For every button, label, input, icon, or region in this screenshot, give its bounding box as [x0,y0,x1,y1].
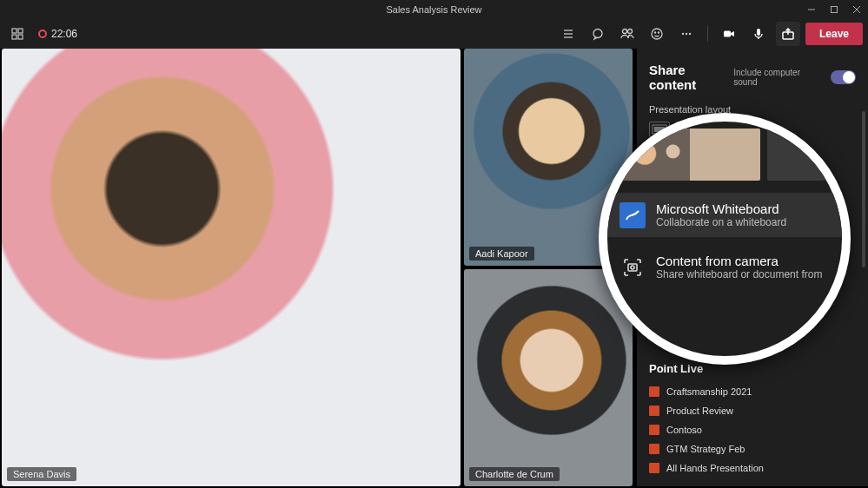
svg-point-11 [593,30,602,38]
svg-rect-21 [757,29,760,36]
whiteboard-icon [620,202,646,228]
meeting-toolbar: 22:06 Leave [0,19,868,49]
camera-content-icon [620,254,646,280]
option-subtitle: Share whiteboard or document from [656,268,822,280]
powerpoint-icon [649,386,659,397]
include-sound-toggle[interactable] [831,70,856,84]
svg-point-18 [686,33,687,35]
file-row[interactable]: Contoso [649,420,856,439]
svg-rect-6 [12,35,17,39]
participant-name: Charlotte de Crum [469,467,560,481]
divider [707,26,708,42]
svg-point-14 [652,29,662,39]
svg-rect-20 [724,31,731,37]
participant-name: Serena Davis [7,467,76,481]
magnifier-overlay: Microsoft Whiteboard Collaborate on a wh… [599,113,851,365]
svg-rect-1 [832,7,838,13]
minimize-button[interactable] [800,0,823,19]
include-sound-label: Include computer sound [733,68,824,87]
option-title: Microsoft Whiteboard [656,201,786,216]
title-bar: Sales Analysis Review [0,0,868,19]
svg-point-17 [682,33,684,35]
share-option-camera[interactable]: Content from camera Share whiteboard or … [607,245,842,289]
svg-rect-7 [18,35,23,39]
svg-point-12 [622,30,626,34]
chat-list-icon[interactable] [556,22,580,46]
more-icon[interactable] [674,22,699,46]
participant-name: Aadi Kapoor [469,247,534,260]
option-title: Content from camera [656,254,822,268]
file-row[interactable]: Product Review [649,401,856,420]
video-tile-main[interactable]: Serena Davis [2,49,461,486]
window-controls [800,0,868,19]
file-row[interactable]: All Hands Presentation [649,458,856,478]
powerpoint-icon [649,444,659,454]
video-tile-secondary[interactable]: Charlotte de Crum [464,269,633,486]
svg-point-19 [689,33,691,35]
layout-section-label: Presentation layout [649,104,856,115]
powerpoint-icon [649,463,659,473]
svg-rect-4 [12,29,17,33]
people-icon[interactable] [615,22,639,46]
svg-point-16 [658,32,659,33]
maximize-button[interactable] [823,0,845,19]
file-row[interactable]: GTM Strategy Feb [649,439,856,458]
chat-icon[interactable] [586,22,610,46]
panel-scrollbar[interactable] [862,111,865,267]
recording-time: 22:06 [51,28,77,40]
section-title: Point Live [649,362,856,375]
share-option-whiteboard[interactable]: Microsoft Whiteboard Collaborate on a wh… [607,193,842,237]
share-button[interactable] [776,22,800,46]
camera-icon[interactable] [717,22,741,46]
mic-icon[interactable] [746,22,771,46]
window-title: Sales Analysis Review [386,4,481,15]
option-subtitle: Collaborate on a whiteboard [656,216,786,228]
reactions-icon[interactable] [645,22,669,46]
leave-button[interactable]: Leave [805,23,863,45]
close-button[interactable] [845,0,868,19]
svg-point-13 [627,30,632,34]
powerpoint-icon [649,406,659,416]
layout-grid-icon[interactable] [5,22,30,46]
share-panel-title: Share content [649,63,733,92]
svg-point-15 [654,32,655,33]
powerpoint-live-section: Point Live Craftsmanship 2021 Product Re… [649,362,856,486]
file-row[interactable]: Craftsmanship 2021 [649,382,856,401]
recording-indicator: 22:06 [38,28,77,40]
svg-rect-5 [18,29,23,33]
svg-point-32 [631,266,634,269]
powerpoint-icon [649,425,659,435]
